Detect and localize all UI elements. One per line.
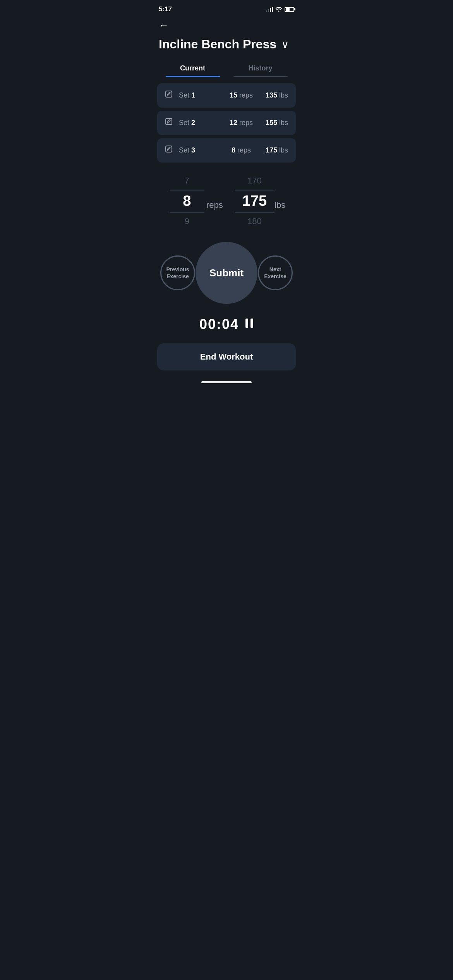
set-weight: 175 lbs bbox=[266, 146, 288, 154]
actions-row: Previous Exercise Submit Next Exercise bbox=[151, 233, 302, 310]
battery-icon bbox=[285, 7, 294, 12]
table-row[interactable]: Set 2 12 reps 155 lbs bbox=[157, 111, 296, 135]
previous-exercise-button[interactable]: Previous Exercise bbox=[160, 255, 195, 290]
status-bar: 5:17 bbox=[151, 0, 302, 16]
edit-icon bbox=[165, 145, 173, 156]
weight-selected: 175 bbox=[235, 190, 275, 212]
submit-button[interactable]: Submit bbox=[196, 242, 257, 304]
sets-list: Set 1 15 reps 135 lbs Set 2 12 reps 155 … bbox=[151, 77, 302, 166]
set-weight: 135 lbs bbox=[266, 91, 288, 99]
set-reps: 8 reps bbox=[222, 146, 260, 154]
wifi-icon bbox=[275, 6, 282, 13]
reps-picker[interactable]: 7 8 9 bbox=[168, 173, 206, 229]
weight-below: 180 bbox=[247, 214, 262, 229]
weight-picker[interactable]: 170 175 180 bbox=[235, 173, 275, 229]
timer-display: 00:04 bbox=[199, 316, 239, 332]
reps-unit-label: reps bbox=[206, 192, 223, 210]
reps-selected: 8 bbox=[170, 190, 204, 212]
next-exercise-button[interactable]: Next Exercise bbox=[258, 255, 293, 290]
timer-row: 00:04 bbox=[151, 310, 302, 340]
signal-icon bbox=[266, 7, 273, 12]
status-time: 5:17 bbox=[159, 5, 172, 13]
tabs-container: Current History bbox=[151, 54, 302, 77]
set-label: Set 3 bbox=[179, 146, 217, 154]
set-label: Set 2 bbox=[179, 119, 217, 127]
set-reps: 12 reps bbox=[222, 119, 260, 127]
end-workout-button[interactable]: End Workout bbox=[157, 343, 296, 370]
back-button[interactable]: ← bbox=[151, 16, 302, 33]
reps-below: 9 bbox=[185, 214, 189, 229]
home-indicator bbox=[201, 381, 252, 383]
svg-rect-3 bbox=[245, 319, 248, 328]
set-reps: 15 reps bbox=[222, 91, 260, 99]
chevron-down-icon[interactable]: ∨ bbox=[281, 38, 289, 51]
edit-icon bbox=[165, 90, 173, 101]
weight-above: 170 bbox=[247, 173, 262, 188]
exercise-title: Incline Bench Press bbox=[159, 38, 276, 51]
tab-current[interactable]: Current bbox=[159, 60, 226, 77]
back-arrow-icon: ← bbox=[159, 19, 169, 31]
exercise-header: Incline Bench Press ∨ bbox=[151, 33, 302, 54]
set-weight: 155 lbs bbox=[266, 119, 288, 127]
pause-icon[interactable] bbox=[245, 318, 254, 331]
table-row[interactable]: Set 3 8 reps 175 lbs bbox=[157, 138, 296, 163]
set-label: Set 1 bbox=[179, 91, 217, 99]
weight-unit-label: lbs bbox=[275, 192, 285, 210]
pickers-container: 7 8 9 reps 170 175 180 lbs bbox=[151, 166, 302, 233]
status-icons bbox=[266, 6, 294, 13]
table-row[interactable]: Set 1 15 reps 135 lbs bbox=[157, 83, 296, 108]
reps-above: 7 bbox=[185, 173, 189, 188]
tab-history[interactable]: History bbox=[226, 60, 294, 77]
svg-rect-4 bbox=[251, 319, 253, 328]
edit-icon bbox=[165, 118, 173, 128]
